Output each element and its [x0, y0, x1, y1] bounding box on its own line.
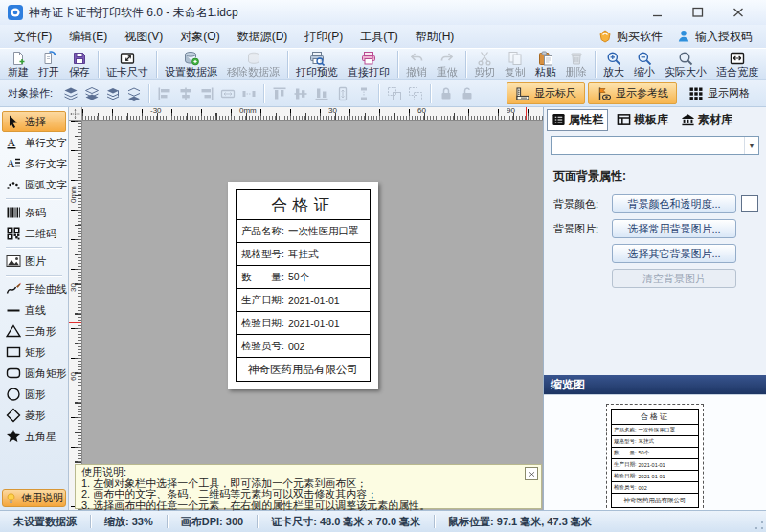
toolbar-button-card-size[interactable]: 证卡尺寸 [101, 49, 153, 79]
toolbar-separator [98, 51, 99, 78]
page-background-section-title: 页面背景属性: [553, 168, 766, 185]
menu-print[interactable]: 打印(P) [296, 25, 351, 48]
certificate-row[interactable]: 产品名称:一次性医用口罩 [237, 219, 370, 242]
tool-single-text[interactable]: A单行文字 [2, 132, 66, 153]
toolbar-button-open[interactable]: 打开 [34, 49, 64, 79]
help-button[interactable]: 使用说明 [2, 489, 66, 507]
buy-software-link[interactable]: 购买软件 [597, 29, 663, 45]
menu-object[interactable]: 对象(O) [171, 25, 228, 48]
help-button-label: 使用说明 [21, 491, 63, 505]
chevron-down-icon[interactable]: ▼ [744, 137, 758, 154]
certificate-row-label: 数 量: [614, 450, 637, 456]
background-color-swatch[interactable] [741, 195, 758, 212]
card-page[interactable]: 合格证 产品名称:一次性医用口罩规格型号:耳挂式数 量:50个生产日期:2021… [228, 182, 378, 389]
diamond-icon [5, 408, 22, 423]
menu-datasource[interactable]: 数据源(D) [229, 25, 297, 48]
certificate-row-value: 2021-01-01 [639, 462, 665, 468]
tab-templates[interactable]: 模板库 [613, 110, 672, 130]
curve-label: 手绘曲线 [25, 282, 67, 297]
tab-materials[interactable]: 素材库 [677, 110, 736, 130]
toolbar-button-zoom-out[interactable]: 缩小 [629, 49, 660, 79]
note-close-button[interactable] [525, 467, 538, 480]
certificate-row-value: 耳挂式 [639, 438, 655, 445]
toolbar-button-direct-print[interactable]: 直接打印 [343, 49, 394, 79]
usage-note-title: 使用说明: [81, 467, 535, 478]
tool-star[interactable]: 五角星 [2, 426, 66, 447]
toolbar-button-zoom-in[interactable]: 放大 [598, 49, 629, 79]
tool-image[interactable]: 图片 [2, 251, 66, 272]
certificate-row-value: 一次性医用口罩 [288, 225, 359, 238]
toolbar-button-fit-width[interactable]: 适合宽度 [711, 49, 763, 79]
certificate-row[interactable]: 检验日期:2021-01-01 [237, 311, 370, 334]
background-image-button-0[interactable]: 选择常用背景图片... [612, 219, 736, 238]
tool-arc-text[interactable]: 圆弧文字 [2, 174, 66, 195]
object-op-layer-front[interactable] [61, 85, 79, 101]
tool-curve[interactable]: 手绘曲线 [2, 278, 66, 299]
status-mouse-position: 鼠标位置: 97.1 毫米, 47.3 毫米 [435, 515, 605, 529]
background-color-button[interactable]: 背景颜色和透明度... [612, 194, 736, 213]
background-image-button-1[interactable]: 选择其它背景图片... [612, 244, 736, 263]
certificate-row[interactable]: 检验员号:002 [237, 334, 370, 357]
view-toggles: 显示标尺显示参考线显示网格 [507, 82, 758, 104]
redo-label: 重做 [437, 66, 458, 78]
certificate-title[interactable]: 合格证 [237, 190, 370, 219]
tool-rounded-rect[interactable]: 圆角矩形 [2, 363, 66, 384]
tab-properties[interactable]: 属性栏 [547, 109, 608, 131]
copy-icon [507, 50, 523, 66]
object-op-layer-back[interactable] [82, 85, 101, 101]
maximize-button[interactable] [687, 5, 709, 20]
tool-triangle[interactable]: 三角形 [2, 321, 66, 342]
close-button[interactable] [728, 5, 749, 20]
tool-line[interactable]: 直线 [2, 299, 66, 321]
design-canvas[interactable]: 合格证 产品名称:一次性医用口罩规格型号:耳挂式数 量:50个生产日期:2021… [82, 121, 543, 510]
thumbnail-preview[interactable]: 合格证 产品名称:一次性医用口罩规格型号:耳挂式数 量:50个生产日期:2021… [606, 404, 704, 513]
toolbar-button-save[interactable]: 保存 [64, 49, 95, 79]
toggle-show-guides[interactable]: 显示参考线 [588, 82, 677, 104]
usage-note-line: 2. 画布中的文字、条码、二维码等元素均可以双击修改其内容； [81, 489, 535, 500]
toolbar-button-actual-size[interactable]: 实际大小 [660, 49, 711, 79]
status-datasource-status: 未设置数据源 [0, 515, 90, 529]
menu-items: 文件(F)编辑(E)视图(V)对象(O)数据源(D)打印(P)工具(T)帮助(H… [6, 25, 462, 48]
object-op-layer-up[interactable] [103, 85, 122, 101]
certificate-row: 检验员号:002 [612, 481, 698, 493]
toolbar-button-new[interactable]: 新建 [3, 49, 34, 79]
save-label: 保存 [69, 66, 90, 78]
tool-select[interactable]: 选择 [2, 111, 66, 132]
menu-edit[interactable]: 编辑(E) [60, 25, 116, 48]
toolbar-button-set-datasource[interactable]: 设置数据源 [160, 49, 222, 79]
minimize-button[interactable] [647, 5, 668, 20]
horizontal-ruler: -300mm306090 [82, 107, 543, 121]
certificate-row[interactable]: 规格型号:耳挂式 [237, 242, 370, 265]
tool-rect[interactable]: 矩形 [2, 342, 66, 363]
menu-tools[interactable]: 工具(T) [351, 25, 406, 48]
usage-note-line: 3. 选择画布中的任意一个元素，在右侧的属性栏里可以调整该元素的属性。 [81, 500, 535, 512]
direct-print-label: 直接打印 [348, 66, 390, 78]
certificate-row[interactable]: 数 量:50个 [237, 265, 370, 288]
element-selector-combobox[interactable]: ▼ [551, 136, 759, 155]
object-op-align-top [270, 85, 288, 101]
show-grid-label: 显示网格 [708, 86, 750, 100]
tool-diamond[interactable]: 菱形 [2, 405, 66, 426]
tool-barcode[interactable]: 条码 [2, 202, 66, 223]
certificate-table[interactable]: 合格证 产品名称:一次性医用口罩规格型号:耳挂式数 量:50个生产日期:2021… [236, 189, 371, 382]
fit-width-icon [730, 50, 745, 66]
certificate-footer[interactable]: 神奇医药用品有限公司 [237, 357, 370, 381]
menu-file[interactable]: 文件(F) [6, 25, 60, 48]
certificate-row: 规格型号:耳挂式 [612, 435, 698, 447]
tool-sidebar: 选择A单行文字A多行文字圆弧文字条码二维码图片手绘曲线直线三角形矩形圆角矩形圆形… [0, 107, 69, 510]
menu-view[interactable]: 视图(V) [116, 25, 171, 48]
object-op-layer-down[interactable] [124, 85, 143, 101]
resize-grip[interactable] [755, 521, 764, 530]
card-size-icon [120, 50, 135, 66]
toggle-show-ruler[interactable]: 显示标尺 [507, 82, 585, 104]
certificate-row[interactable]: 生产日期:2021-01-01 [237, 288, 370, 311]
toolbar-button-redo: 重做 [432, 49, 462, 79]
toolbar-button-print-preview[interactable]: 打印预览 [291, 49, 343, 79]
tool-qrcode[interactable]: 二维码 [2, 223, 66, 244]
menu-help[interactable]: 帮助(H) [407, 25, 463, 48]
enter-license-link[interactable]: 输入授权码 [676, 29, 753, 45]
toolbar-button-paste[interactable]: 粘贴 [530, 49, 561, 79]
tool-multi-text[interactable]: A多行文字 [2, 153, 66, 174]
toggle-show-grid[interactable]: 显示网格 [680, 82, 758, 104]
tool-circle[interactable]: 圆形 [2, 384, 66, 405]
